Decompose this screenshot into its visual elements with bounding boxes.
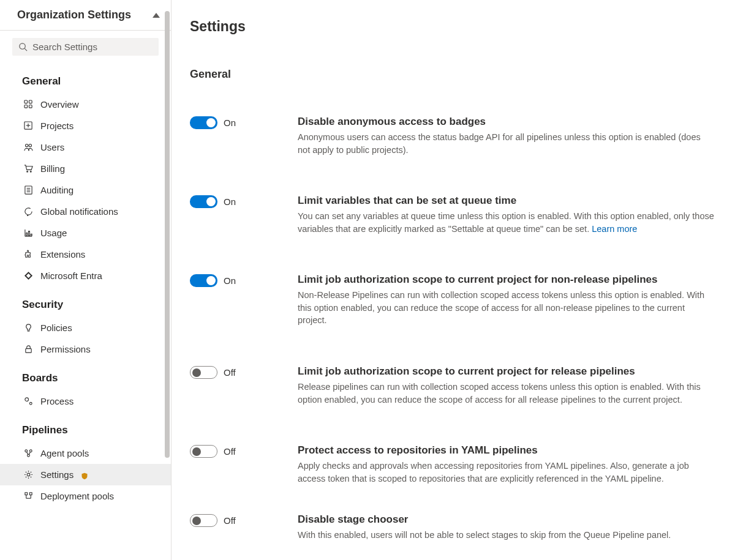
bulb-icon <box>23 323 33 333</box>
section-title: General <box>190 68 717 81</box>
nav-label: Users <box>40 142 64 152</box>
nav-scroll: General Overview Projects Users Billing … <box>0 63 171 560</box>
sidebar-item-permissions[interactable]: Permissions <box>0 338 171 360</box>
entra-icon <box>23 271 33 281</box>
plus-box-icon <box>23 121 33 131</box>
setting-desc: Release pipelines can run with collectio… <box>298 381 714 406</box>
setting-row-queue-vars: On Limit variables that can be set at qu… <box>190 195 717 235</box>
gear-icon <box>23 470 33 480</box>
learn-more-link[interactable]: Learn more <box>592 224 637 234</box>
svg-rect-20 <box>28 231 29 236</box>
search-placeholder: Search Settings <box>32 42 97 52</box>
svg-rect-23 <box>25 349 31 353</box>
sidebar-item-extensions[interactable]: Extensions <box>0 244 171 265</box>
main-content: Settings General On Disable anonymous ac… <box>172 0 735 560</box>
nav-label: Global notifications <box>40 206 118 217</box>
sidebar-item-notifications[interactable]: Global notifications <box>0 201 171 222</box>
sidebar-item-settings[interactable]: Settings <box>0 464 171 485</box>
sidebar: Organization Settings Search Settings Ge… <box>0 0 172 560</box>
sidebar-item-policies[interactable]: Policies <box>0 317 171 338</box>
scrollbar-thumb[interactable] <box>165 11 170 458</box>
sidebar-item-projects[interactable]: Projects <box>0 115 171 136</box>
nav-label: Permissions <box>40 344 91 354</box>
toggle-badges[interactable] <box>190 116 217 129</box>
toggle-state: On <box>224 275 236 286</box>
gear-small-icon <box>23 397 33 406</box>
toggle-scope-nonrelease[interactable] <box>190 274 217 287</box>
toggle-stage-chooser[interactable] <box>190 514 217 527</box>
nav-section-general: General <box>0 63 171 94</box>
sidebar-item-agent-pools[interactable]: Agent pools <box>0 442 171 464</box>
nav-label: Deployment pools <box>40 491 114 501</box>
chart-icon <box>23 228 33 238</box>
toggle-state: On <box>224 196 236 207</box>
setting-title: Limit job authorization scope to current… <box>298 274 714 286</box>
svg-point-26 <box>24 450 27 452</box>
svg-rect-3 <box>29 100 32 103</box>
nav-label: Billing <box>40 163 65 174</box>
setting-desc: With this enabled, users will not be abl… <box>298 529 714 542</box>
toggle-state: Off <box>224 367 236 378</box>
setting-row-stage-chooser: Off Disable stage chooser With this enab… <box>190 514 717 542</box>
sidebar-item-overview[interactable]: Overview <box>0 94 171 115</box>
list-icon <box>23 185 33 195</box>
sidebar-item-process[interactable]: Process <box>0 390 171 412</box>
cart-icon <box>23 164 33 174</box>
sidebar-item-users[interactable]: Users <box>0 136 171 158</box>
toggle-state: Off <box>224 515 236 526</box>
setting-title: Protect access to repositories in YAML p… <box>298 444 714 457</box>
setting-title: Limit job authorization scope to current… <box>298 365 714 378</box>
setting-row-scope-release: Off Limit job authorization scope to cur… <box>190 366 717 406</box>
collapse-icon[interactable] <box>153 13 160 18</box>
svg-rect-5 <box>29 105 32 108</box>
svg-point-11 <box>26 171 28 172</box>
nav-section-pipelines: Pipelines <box>0 412 171 442</box>
setting-title: Disable anonymous access to badges <box>298 116 714 128</box>
toggle-queue-vars[interactable] <box>190 195 217 208</box>
svg-point-25 <box>29 402 32 405</box>
toggle-scope-release[interactable] <box>190 366 217 379</box>
svg-rect-32 <box>24 493 27 495</box>
svg-rect-19 <box>26 233 27 236</box>
nav-label: Usage <box>40 228 67 238</box>
sidebar-item-auditing[interactable]: Auditing <box>0 179 171 201</box>
nav-label: Microsoft Entra <box>40 271 102 281</box>
search-input[interactable]: Search Settings <box>12 38 159 56</box>
sidebar-item-entra[interactable]: Microsoft Entra <box>0 265 171 286</box>
deploy-icon <box>23 491 33 501</box>
chat-icon <box>23 207 33 217</box>
sidebar-title: Organization Settings <box>17 9 131 21</box>
svg-rect-2 <box>24 100 27 103</box>
nav-label: Policies <box>40 323 72 333</box>
svg-rect-4 <box>24 105 27 108</box>
users-icon <box>23 143 33 152</box>
sidebar-item-usage[interactable]: Usage <box>0 222 171 244</box>
sidebar-item-billing[interactable]: Billing <box>0 158 171 179</box>
svg-rect-21 <box>31 234 32 236</box>
svg-point-10 <box>29 144 31 147</box>
setting-desc: You can set any variables at queue time … <box>298 210 714 235</box>
puzzle-icon <box>23 250 33 259</box>
nav-section-boards: Boards <box>0 360 171 390</box>
toggle-state: Off <box>224 446 236 457</box>
nav-label: Process <box>40 396 74 406</box>
setting-desc: Apply checks and approvals when accessin… <box>298 460 714 485</box>
setting-desc-text: You can set any variables at queue time … <box>298 211 714 234</box>
svg-point-12 <box>30 171 31 172</box>
page-title: Settings <box>190 18 717 35</box>
svg-point-9 <box>25 144 28 147</box>
nav-section-security: Security <box>0 286 171 317</box>
svg-point-31 <box>27 473 30 476</box>
toggle-yaml-repo[interactable] <box>190 445 217 458</box>
lock-icon <box>23 345 33 354</box>
svg-point-28 <box>27 454 29 457</box>
sidebar-header: Organization Settings <box>0 0 171 31</box>
shield-icon <box>81 471 88 479</box>
sidebar-item-deployment-pools[interactable]: Deployment pools <box>0 485 171 507</box>
grid-icon <box>23 100 33 110</box>
svg-rect-33 <box>29 493 32 495</box>
nav-label: Extensions <box>40 249 85 259</box>
setting-title: Limit variables that can be set at queue… <box>298 195 714 207</box>
svg-line-29 <box>26 452 28 455</box>
setting-desc: Anonymous users can access the status ba… <box>298 131 714 156</box>
